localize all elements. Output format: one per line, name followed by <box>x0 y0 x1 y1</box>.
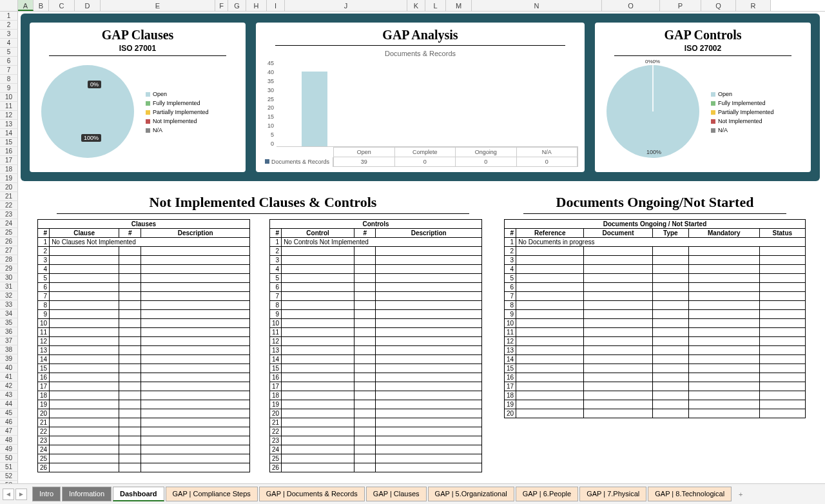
row-header-48[interactable]: 48 <box>0 436 18 445</box>
table-row[interactable]: 1No Controls Not Implemented <box>270 238 482 247</box>
table-row[interactable]: 25 <box>270 454 482 463</box>
table-row[interactable]: 15 <box>38 364 250 373</box>
table-row[interactable]: 10 <box>38 319 250 328</box>
column-header-E[interactable]: E <box>101 0 215 11</box>
documents-table[interactable]: Documents Ongoing / Not Started #Referen… <box>504 219 806 418</box>
table-row[interactable]: 6 <box>38 283 250 292</box>
spreadsheet-content[interactable]: GAP Clauses ISO 27001 0% 100% OpenFully … <box>18 12 825 483</box>
column-header-G[interactable]: G <box>228 0 246 11</box>
sheet-tab[interactable]: GAP | 7.Physical <box>579 487 646 501</box>
row-header-28[interactable]: 28 <box>0 255 18 264</box>
row-header-51[interactable]: 51 <box>0 463 18 472</box>
column-header-F[interactable]: F <box>215 0 228 11</box>
table-row[interactable]: 26 <box>270 463 482 472</box>
tab-nav-next[interactable]: ► <box>15 489 27 500</box>
table-row[interactable]: 19 <box>270 400 482 409</box>
row-header-53[interactable]: 53 <box>0 481 18 483</box>
column-header-B[interactable]: B <box>34 0 49 11</box>
table-row[interactable]: 9 <box>505 310 806 319</box>
table-row[interactable]: 17 <box>270 382 482 391</box>
row-header-6[interactable]: 6 <box>0 57 18 66</box>
row-header-18[interactable]: 18 <box>0 165 18 174</box>
row-header-5[interactable]: 5 <box>0 48 18 57</box>
table-row[interactable]: 5 <box>505 274 806 283</box>
sheet-tab[interactable]: GAP | 5.Organizational <box>428 487 514 501</box>
table-row[interactable]: 3 <box>38 256 250 265</box>
row-header-42[interactable]: 42 <box>0 382 18 391</box>
row-header-16[interactable]: 16 <box>0 147 18 156</box>
row-header-32[interactable]: 32 <box>0 291 18 300</box>
table-row[interactable]: 2 <box>270 247 482 256</box>
row-header-49[interactable]: 49 <box>0 445 18 454</box>
table-row[interactable]: 23 <box>38 436 250 445</box>
table-row[interactable]: 17 <box>505 382 806 391</box>
row-header-15[interactable]: 15 <box>0 138 18 147</box>
sheet-tab[interactable]: GAP | Documents & Records <box>259 487 365 501</box>
row-header-22[interactable]: 22 <box>0 201 18 210</box>
row-header-14[interactable]: 14 <box>0 129 18 138</box>
sheet-tab[interactable]: GAP | Compliance Steps <box>166 487 258 501</box>
table-row[interactable]: 24 <box>38 445 250 454</box>
row-header-39[interactable]: 39 <box>0 354 18 363</box>
table-row[interactable]: 13 <box>270 346 482 355</box>
row-header-10[interactable]: 10 <box>0 93 18 102</box>
row-header-12[interactable]: 12 <box>0 111 18 120</box>
column-header-Q[interactable]: Q <box>701 0 736 11</box>
sheet-tab[interactable]: Intro <box>32 487 61 501</box>
row-header-33[interactable]: 33 <box>0 300 18 309</box>
table-row[interactable]: 3 <box>270 256 482 265</box>
row-header-30[interactable]: 30 <box>0 273 18 282</box>
column-header-D[interactable]: D <box>75 0 101 11</box>
table-row[interactable]: 25 <box>38 454 250 463</box>
row-header-44[interactable]: 44 <box>0 400 18 409</box>
table-row[interactable]: 11 <box>38 328 250 337</box>
table-row[interactable]: 12 <box>38 337 250 346</box>
row-header-26[interactable]: 26 <box>0 237 18 246</box>
row-header-25[interactable]: 25 <box>0 228 18 237</box>
sheet-tab[interactable]: GAP | Clauses <box>366 487 427 501</box>
row-header-47[interactable]: 47 <box>0 427 18 436</box>
table-row[interactable]: 19 <box>38 400 250 409</box>
table-row[interactable]: 15 <box>505 364 806 373</box>
row-header-31[interactable]: 31 <box>0 282 18 291</box>
row-header-43[interactable]: 43 <box>0 391 18 400</box>
column-header-L[interactable]: L <box>425 0 446 11</box>
table-row[interactable]: 20 <box>38 409 250 418</box>
column-header-I[interactable]: I <box>267 0 285 11</box>
table-row[interactable]: 6 <box>270 283 482 292</box>
table-row[interactable]: 18 <box>270 391 482 400</box>
table-row[interactable]: 3 <box>505 256 806 265</box>
table-row[interactable]: 7 <box>505 292 806 301</box>
row-header-3[interactable]: 3 <box>0 30 18 39</box>
table-row[interactable]: 13 <box>38 346 250 355</box>
row-header-19[interactable]: 19 <box>0 174 18 183</box>
table-row[interactable]: 9 <box>38 310 250 319</box>
table-row[interactable]: 7 <box>38 292 250 301</box>
column-header-J[interactable]: J <box>285 0 407 11</box>
sheet-tab[interactable]: GAP | 6.People <box>516 487 578 501</box>
row-header-17[interactable]: 17 <box>0 156 18 165</box>
column-header-O[interactable]: O <box>602 0 660 11</box>
table-row[interactable]: 23 <box>270 436 482 445</box>
table-row[interactable]: 22 <box>38 427 250 436</box>
table-row[interactable]: 20 <box>505 409 806 418</box>
row-header-4[interactable]: 4 <box>0 39 18 48</box>
table-row[interactable]: 26 <box>38 463 250 472</box>
row-header-24[interactable]: 24 <box>0 219 18 228</box>
row-header-37[interactable]: 37 <box>0 336 18 345</box>
table-row[interactable]: 6 <box>505 283 806 292</box>
table-row[interactable]: 12 <box>270 337 482 346</box>
row-header-9[interactable]: 9 <box>0 84 18 93</box>
table-row[interactable]: 17 <box>38 382 250 391</box>
column-header-C[interactable]: C <box>49 0 75 11</box>
row-header-1[interactable]: 1 <box>0 12 18 21</box>
row-header-40[interactable]: 40 <box>0 363 18 373</box>
column-header-K[interactable]: K <box>407 0 425 11</box>
row-header-8[interactable]: 8 <box>0 75 18 84</box>
column-header-M[interactable]: M <box>446 0 472 11</box>
table-row[interactable]: 18 <box>38 391 250 400</box>
tab-nav-prev[interactable]: ◄ <box>3 489 14 500</box>
table-row[interactable]: 9 <box>270 310 482 319</box>
table-row[interactable]: 1No Clauses Not Implemented <box>38 238 250 247</box>
row-header-23[interactable]: 23 <box>0 210 18 219</box>
